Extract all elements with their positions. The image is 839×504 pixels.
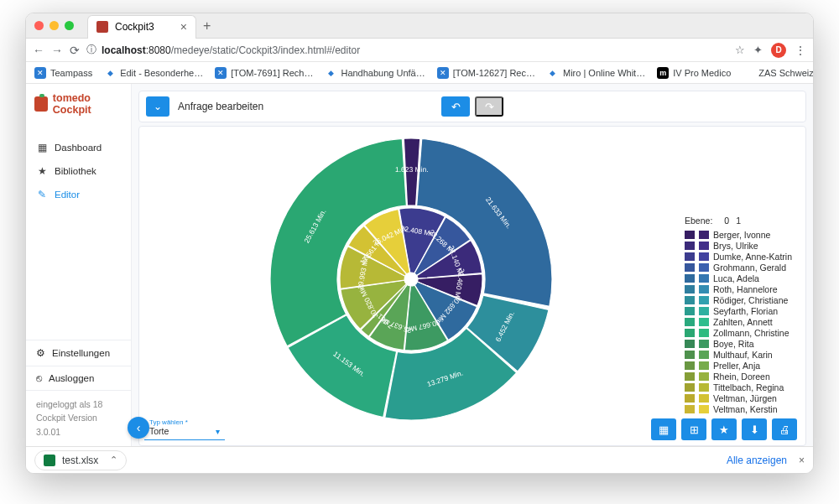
favicon-icon bbox=[96, 21, 108, 33]
browser-tab[interactable]: Cockpit3 × bbox=[87, 15, 196, 39]
main: ⌄ Anfrage bearbeiten ↶ ↷ ‹ 21.633 Min.6.… bbox=[132, 84, 813, 446]
legend-item[interactable]: Zollmann, Christine bbox=[685, 327, 792, 338]
pie-chart[interactable]: 21.633 Min.6.452 Min.13.279 Min.11.153 M… bbox=[151, 128, 621, 430]
action-download-button[interactable]: ⬇ bbox=[742, 418, 767, 440]
legend-item[interactable]: Veltman, Jürgen bbox=[685, 392, 792, 403]
bookmark-item[interactable]: ZAS Schweiz (AH… bbox=[743, 67, 813, 79]
bookmark-item[interactable]: ✕[TOM-7691] Rech… bbox=[215, 67, 313, 79]
legend-item[interactable]: Veltman, Kerstin bbox=[685, 403, 792, 414]
legend-item[interactable]: Preller, Anja bbox=[685, 360, 792, 371]
bookmark-item[interactable]: mIV Pro Medico bbox=[657, 67, 731, 79]
back-button[interactable]: ← bbox=[33, 44, 44, 57]
site-info-icon[interactable]: ⓘ bbox=[86, 43, 96, 57]
legend-item[interactable]: Rhein, Doreen bbox=[685, 371, 792, 382]
star-icon: ★ bbox=[36, 165, 48, 177]
legend-swatch-icon bbox=[685, 242, 695, 250]
legend-col-1: 1 bbox=[736, 216, 741, 226]
brand-logo-icon bbox=[34, 96, 48, 112]
chart-type-select[interactable]: Typ wählen * Torte ▾ bbox=[144, 415, 225, 440]
action-table-button[interactable]: ▦ bbox=[651, 418, 676, 440]
undo-button[interactable]: ↶ bbox=[441, 96, 470, 117]
legend-swatch-icon bbox=[699, 318, 709, 326]
show-all-downloads-button[interactable]: Alle anzeigen bbox=[727, 455, 787, 466]
new-tab-button[interactable]: + bbox=[203, 18, 211, 34]
bookmark-item[interactable]: ◆Edit - Besonderhe… bbox=[104, 67, 203, 79]
close-shelf-button[interactable]: × bbox=[799, 455, 805, 466]
legend-label: Zahlten, Annett bbox=[713, 317, 773, 327]
legend-item[interactable]: Berger, Ivonne bbox=[685, 229, 792, 240]
bookmark-item[interactable]: ◆Handhabung Unfä… bbox=[325, 67, 425, 79]
legend-item[interactable]: Grohmann, Gerald bbox=[685, 262, 792, 273]
topbar-title: Anfrage bearbeiten bbox=[178, 101, 263, 112]
menu-button[interactable]: ⋮ bbox=[795, 44, 806, 57]
action-print-button[interactable]: 🖨 bbox=[772, 418, 797, 440]
legend-swatch-icon bbox=[699, 263, 709, 272]
sidebar-item-label: Dashboard bbox=[55, 143, 102, 153]
close-window-button[interactable] bbox=[34, 21, 44, 30]
legend-title: Ebene: bbox=[685, 216, 712, 226]
chevron-left-icon: ‹ bbox=[137, 421, 141, 434]
bookmark-star-button[interactable]: ☆ bbox=[735, 44, 745, 56]
address-bar[interactable]: ⓘ localhost:8080/medeye/static/Cockpit3/… bbox=[86, 43, 728, 57]
legend-swatch-icon bbox=[699, 351, 709, 359]
legend-swatch-icon bbox=[699, 372, 709, 381]
sidebar-item-editor[interactable]: ✎ Editor bbox=[26, 183, 131, 206]
legend-item[interactable]: Multhauf, Karin bbox=[685, 349, 792, 360]
legend-label: Zollmann, Christine bbox=[713, 328, 789, 338]
legend-item[interactable]: Brys, Ulrike bbox=[685, 240, 792, 251]
redo-button[interactable]: ↷ bbox=[475, 96, 503, 117]
legend-swatch-icon bbox=[685, 340, 695, 348]
bookmark-item[interactable]: ◆Miro | Online Whit… bbox=[547, 67, 645, 79]
bookmark-item[interactable]: ✕[TOM-12627] Rec… bbox=[437, 67, 535, 79]
legend-item[interactable]: Boye, Rita bbox=[685, 338, 792, 349]
dashboard-icon: ▦ bbox=[36, 142, 48, 153]
sidebar-item-logout[interactable]: ⎋ Ausloggen bbox=[26, 366, 131, 391]
download-icon: ⬇ bbox=[750, 423, 759, 436]
type-value: Torte bbox=[149, 426, 169, 436]
legend-swatch-icon bbox=[685, 318, 695, 326]
legend-swatch-icon bbox=[699, 296, 709, 304]
legend-item[interactable]: Luca, Adela bbox=[685, 273, 792, 283]
action-grid-button[interactable]: ⊞ bbox=[681, 418, 706, 440]
legend-swatch-icon bbox=[699, 394, 709, 403]
pencil-icon: ✎ bbox=[36, 189, 48, 200]
logged-in-text: eingeloggt als 18 bbox=[36, 397, 121, 412]
legend-item[interactable]: Dumke, Anne-Katrin bbox=[685, 251, 792, 262]
legend-item[interactable]: Zahlten, Annett bbox=[685, 316, 792, 327]
legend-swatch-icon bbox=[685, 274, 695, 283]
legend-item[interactable]: Tittelbach, Regina bbox=[685, 382, 792, 392]
logout-icon: ⎋ bbox=[36, 373, 42, 383]
profile-button[interactable]: D bbox=[771, 43, 786, 58]
browser-window: Cockpit3 × + ← → ⟳ ⓘ localhost:8080/mede… bbox=[25, 13, 814, 474]
legend-label: Seyfarth, Florian bbox=[713, 306, 778, 316]
legend-item[interactable]: Seyfarth, Florian bbox=[685, 305, 792, 316]
sidebar-item-settings[interactable]: ⚙ Einstellungen bbox=[26, 340, 131, 366]
legend-swatch-icon bbox=[699, 242, 709, 250]
bookmark-item[interactable]: ✕Teampass bbox=[34, 67, 92, 79]
legend-label: Roth, Hannelore bbox=[713, 284, 777, 294]
legend-label: Veltman, Jürgen bbox=[713, 393, 777, 403]
sidebar-item-label: Bibliothek bbox=[55, 166, 96, 176]
legend-swatch-icon bbox=[699, 252, 709, 261]
legend-label: Multhauf, Karin bbox=[713, 350, 773, 360]
sidebar-item-dashboard[interactable]: ▦ Dashboard bbox=[26, 136, 131, 159]
action-star-button[interactable]: ★ bbox=[711, 418, 737, 440]
legend-swatch-icon bbox=[685, 231, 695, 239]
legend-swatch-icon bbox=[699, 307, 709, 315]
dropdown-toggle-button[interactable]: ⌄ bbox=[146, 96, 169, 117]
close-tab-button[interactable]: × bbox=[180, 20, 187, 34]
download-chip[interactable]: test.xlsx ⌃ bbox=[34, 450, 127, 470]
extensions-button[interactable]: ✦ bbox=[753, 44, 763, 56]
maximize-window-button[interactable] bbox=[65, 21, 74, 30]
reload-button[interactable]: ⟳ bbox=[70, 44, 80, 57]
minimize-window-button[interactable] bbox=[50, 21, 59, 30]
legend-swatch-icon bbox=[699, 285, 709, 294]
legend-swatch-icon bbox=[685, 394, 695, 403]
legend-swatch-icon bbox=[685, 351, 695, 359]
forward-button[interactable]: → bbox=[51, 44, 63, 57]
sidebar-item-bibliothek[interactable]: ★ Bibliothek bbox=[26, 159, 131, 183]
legend-item[interactable]: Roth, Hannelore bbox=[685, 283, 792, 294]
legend-label: Brys, Ulrike bbox=[713, 241, 758, 251]
legend-item[interactable]: Rödiger, Christiane bbox=[685, 294, 792, 305]
legend-swatch-icon bbox=[699, 383, 709, 392]
